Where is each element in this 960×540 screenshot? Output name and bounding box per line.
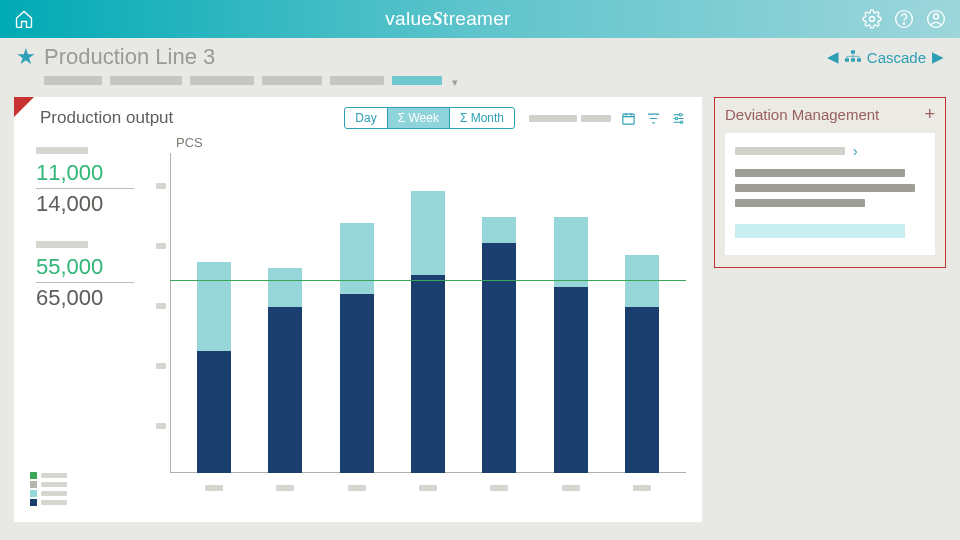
highlighted-item[interactable]	[735, 224, 905, 238]
svg-rect-6	[845, 58, 849, 61]
tab-item[interactable]	[44, 76, 102, 85]
alert-corner-icon	[14, 97, 34, 117]
chevron-down-icon[interactable]: ▾	[452, 76, 458, 89]
page-title: Production Line 3	[44, 44, 215, 70]
kpi-black-2: 65,000	[36, 282, 134, 311]
period-week[interactable]: Σ Week	[387, 108, 449, 128]
calendar-icon[interactable]	[621, 111, 636, 126]
kpi-green-2: 55,000	[36, 254, 134, 280]
user-icon[interactable]	[926, 9, 946, 29]
kpi-green-1: 11,000	[36, 160, 134, 186]
y-axis-label: PCS	[176, 135, 203, 150]
filter-icon[interactable]	[646, 111, 661, 126]
svg-rect-5	[851, 50, 855, 53]
deviation-title: Deviation Management	[725, 106, 879, 123]
cascade-right-icon[interactable]: ▶	[932, 48, 944, 66]
chart-legend	[30, 470, 67, 506]
bar-chart: PCS	[144, 135, 686, 495]
svg-point-11	[675, 117, 678, 120]
app-brand: valueStreamer	[34, 8, 862, 30]
period-toggle: Day Σ Week Σ Month	[344, 107, 515, 129]
favorite-star-icon[interactable]: ★	[16, 44, 36, 70]
svg-point-12	[680, 121, 683, 124]
tab-item[interactable]	[262, 76, 322, 85]
tab-item-active[interactable]	[392, 76, 442, 85]
chart-card: Production output Day Σ Week Σ Month 11,…	[14, 97, 702, 522]
settings-icon[interactable]	[862, 9, 882, 29]
svg-point-4	[934, 14, 939, 19]
svg-rect-7	[851, 58, 855, 61]
svg-rect-8	[857, 58, 861, 61]
svg-point-0	[870, 17, 875, 22]
kpi-black-1: 14,000	[36, 188, 134, 217]
svg-point-10	[679, 113, 682, 116]
sliders-icon[interactable]	[671, 111, 686, 126]
period-month[interactable]: Σ Month	[449, 108, 514, 128]
tab-item[interactable]	[190, 76, 254, 85]
chevron-right-icon[interactable]: ›	[853, 143, 858, 159]
help-icon[interactable]	[894, 9, 914, 29]
add-deviation-icon[interactable]: +	[924, 104, 935, 125]
cascade-nav[interactable]: ◀ Cascade ▶	[827, 48, 944, 66]
kpi-panel: 11,000 14,000 55,000 65,000	[24, 135, 144, 495]
svg-rect-9	[623, 114, 634, 124]
tab-item[interactable]	[110, 76, 182, 85]
tab-item[interactable]	[330, 76, 384, 85]
deviation-panel: Deviation Management + ›	[714, 97, 946, 268]
cascade-left-icon[interactable]: ◀	[827, 48, 839, 66]
period-day[interactable]: Day	[345, 108, 386, 128]
home-icon[interactable]	[14, 9, 34, 29]
svg-point-2	[903, 23, 904, 24]
card-title: Production output	[40, 108, 173, 128]
tab-bar: ▾	[0, 72, 960, 97]
